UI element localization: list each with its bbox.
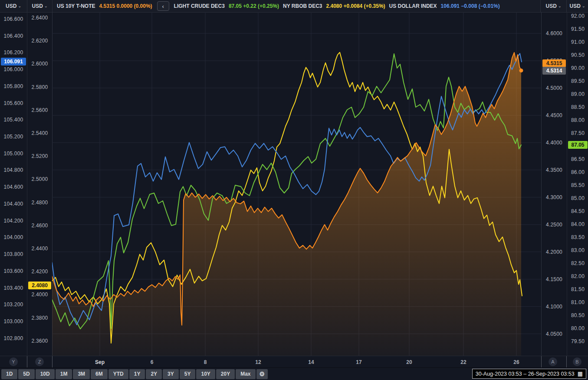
range-button-3y[interactable]: 3Y [163, 369, 179, 379]
left-axis-currency-dropdown-2[interactable]: USD ⌄ [27, 0, 53, 12]
range-button-6m[interactable]: 6M [91, 369, 108, 379]
time-tick-label: 6 [151, 359, 154, 365]
axis-tick-label: 4.4500 [542, 112, 567, 118]
axis-nav-button-a[interactable]: A [549, 357, 557, 366]
axis-divider [52, 356, 53, 368]
axis-tick-label: 86.50 [567, 156, 588, 162]
axis-nav-button-z[interactable]: Z [35, 357, 44, 366]
range-button-ytd[interactable]: YTD [108, 369, 128, 379]
time-tick-label: 8 [204, 359, 207, 365]
axis-tick-label: 89.50 [567, 78, 588, 84]
range-button-2y[interactable]: 2Y [146, 369, 162, 379]
chart-canvas[interactable] [52, 12, 541, 356]
axis-tick-label: 2.4400 [27, 246, 52, 252]
axis-tick-label: 4.1500 [542, 276, 567, 282]
currency-label: USD [570, 3, 581, 9]
time-tick-label: 14 [308, 359, 314, 365]
range-button-10y[interactable]: 10Y [196, 369, 215, 379]
range-button-3m[interactable]: 3M [73, 369, 90, 379]
trading-chart-app: USD ⌄ USD ⌄ US 10Y T-NOTE 4.5315 0.0000 … [0, 0, 588, 380]
axis-tick-label: 85.00 [567, 195, 588, 201]
axis-tick-label: 103.000 [0, 318, 27, 324]
time-tick-label: 12 [255, 359, 261, 365]
collapse-legend-button[interactable]: ‹ [157, 1, 169, 11]
range-button-max[interactable]: Max [236, 369, 255, 379]
range-button-5y[interactable]: 5Y [180, 369, 196, 379]
time-tick-label: 22 [460, 359, 466, 365]
axis-tick-label: 102.800 [0, 335, 27, 341]
range-button-5d[interactable]: 5D [18, 369, 34, 379]
axis-tick-label: 79.50 [567, 338, 588, 344]
time-tick-label: 20 [406, 359, 412, 365]
date-range-text: 30-Aug-2023 03:53 – 26-Sep-2023 03:53 [476, 371, 575, 377]
axis-tick-label: 104.400 [0, 201, 27, 207]
price-axis-tnote[interactable]: 4.60004.55004.50004.45004.40004.35004.30… [541, 12, 567, 356]
axis-tick-label: 2.4600 [27, 223, 52, 229]
axis-tick-label: 84.50 [567, 208, 588, 214]
axis-tick-label: 80.50 [567, 312, 588, 318]
axis-tick-label: 80.00 [567, 325, 588, 331]
time-axis[interactable]: YZABSep68121417202226 [0, 356, 588, 368]
axis-divider [566, 356, 567, 368]
left-axis-currency-dropdown-1[interactable]: USD ⌄ [0, 0, 27, 12]
axis-tick-label: 4.0500 [542, 331, 567, 337]
range-button-1d[interactable]: 1D [1, 369, 17, 379]
chart-plot-area[interactable] [52, 12, 541, 356]
chart-settings-button[interactable]: ⚙ [256, 369, 268, 379]
price-axis-dollar-index[interactable]: 106.600106.400106.200106.000105.800105.6… [0, 12, 27, 356]
axis-tick-label: 91.00 [567, 39, 588, 45]
axis-tick-label: 4.2500 [542, 222, 567, 228]
range-button-20y[interactable]: 20Y [216, 369, 235, 379]
range-button-1y[interactable]: 1Y [129, 369, 145, 379]
axis-tick-label: 105.400 [0, 117, 27, 123]
time-tick-label: 17 [356, 359, 361, 365]
axis-divider [541, 356, 542, 368]
series-name-rbob: NY RBOB DEC3 [283, 3, 322, 9]
axis-tick-label: 81.00 [567, 299, 588, 305]
series-quote-dxy: 106.091 −0.008 (−0.01%) [441, 3, 500, 9]
axis-tick-label: 83.00 [567, 247, 588, 253]
chart-header: USD ⌄ USD ⌄ US 10Y T-NOTE 4.5315 0.0000 … [0, 0, 588, 13]
price-label-rbob: 2.4080 [28, 282, 51, 289]
axis-nav-button-b[interactable]: B [573, 357, 581, 366]
chevron-down-icon: ⌄ [558, 4, 562, 8]
range-button-10d[interactable]: 10D [36, 369, 55, 379]
axis-divider [27, 356, 27, 368]
range-button-1m[interactable]: 1M [56, 369, 72, 379]
axis-tick-label: 86.00 [567, 169, 588, 175]
right-axis-currency-dropdown-1[interactable]: USD ⌄ [540, 0, 566, 12]
price-label-crude: 87.05 [568, 141, 588, 149]
axis-tick-label: 91.50 [567, 26, 588, 32]
axis-tick-label: 2.3800 [27, 315, 52, 321]
axis-nav-button-y[interactable]: Y [9, 357, 18, 366]
axis-tick-label: 4.4000 [542, 140, 567, 146]
axis-tick-label: 2.3600 [27, 338, 52, 344]
axis-tick-label: 4.2000 [542, 249, 567, 255]
time-tick-label: Sep [95, 359, 105, 365]
price-axis-rbob[interactable]: 2.64002.62002.60002.58002.56002.54002.52… [27, 12, 53, 356]
axis-tick-label: 2.6400 [27, 15, 52, 21]
right-axis-currency-dropdown-2[interactable]: USD ⌄ [566, 0, 588, 12]
axis-tick-label: 4.3000 [542, 194, 567, 200]
date-range-picker[interactable]: 30-Aug-2023 03:53 – 26-Sep-2023 03:53 ▦ [472, 369, 586, 379]
axis-tick-label: 106.400 [0, 33, 27, 39]
axis-tick-label: 2.6200 [27, 38, 52, 44]
axis-tick-label: 4.1000 [542, 304, 567, 310]
axis-tick-label: 81.50 [567, 286, 588, 292]
range-buttons: 1D5D10D1M3M6MYTD1Y2Y3Y5Y10Y20YMax [1, 369, 256, 379]
price-axis-crude[interactable]: 92.0091.5091.0090.5090.0089.5089.0088.50… [567, 12, 588, 356]
axis-tick-label: 90.00 [567, 65, 588, 71]
axis-tick-label: 84.00 [567, 221, 588, 227]
axis-tick-label: 104.200 [0, 218, 27, 224]
series-quote-us10y: 4.5315 0.0000 (0.00%) [99, 3, 152, 9]
series-quote-rbob: 2.4080 +0.0084 (+0.35%) [326, 3, 385, 9]
axis-tick-label: 103.200 [0, 301, 27, 308]
axis-tick-label: 105.600 [0, 100, 27, 106]
series-name-crude: LIGHT CRUDE DEC3 [174, 3, 225, 9]
series-name-us10y: US 10Y T-NOTE [57, 3, 95, 9]
chevron-down-icon: ⌄ [582, 4, 585, 8]
axis-tick-label: 89.00 [567, 91, 588, 97]
axis-tick-label: 2.5200 [27, 153, 52, 159]
last-price-dot [519, 69, 523, 72]
currency-label: USD [546, 3, 557, 9]
